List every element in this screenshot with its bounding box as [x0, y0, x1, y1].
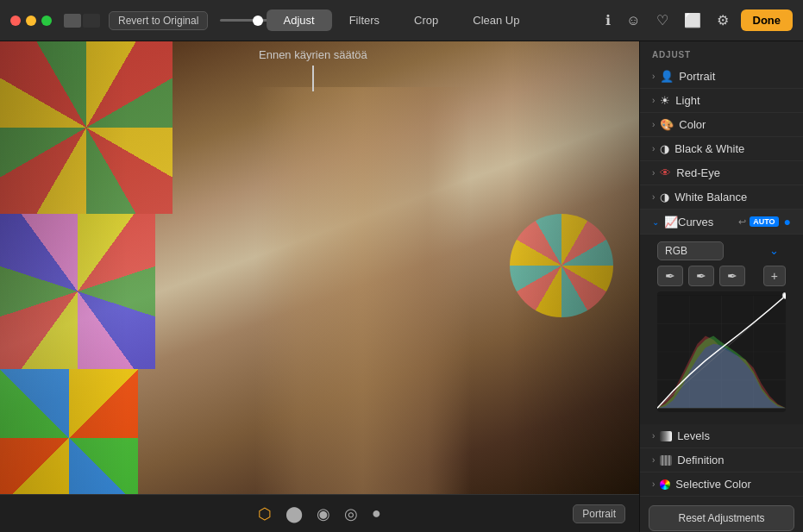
toolbar-right: ℹ ☺ ♡ ⬜ ⚙ Done: [602, 9, 793, 31]
wb-icon: ◑: [660, 191, 669, 203]
title-bar: Revert to Original Adjust Filters Crop C…: [0, 0, 803, 41]
portrait-icon: 👤: [660, 70, 674, 83]
adjust-item-portrait[interactable]: › 👤 Portrait: [640, 65, 803, 89]
levels-label: Levels: [677, 429, 710, 442]
eyedropper-row: ✒ ✒ ✒ +: [657, 266, 786, 286]
close-button[interactable]: [10, 16, 21, 26]
adjust-item-light[interactable]: › ☀ Light: [640, 89, 803, 113]
light-label: Light: [675, 94, 699, 107]
adjust-item-color[interactable]: › 🎨 Color: [640, 113, 803, 137]
expand-arrow-selective-color: ›: [652, 479, 655, 489]
curves-svg: [657, 291, 786, 412]
curves-header[interactable]: ⌄ 📈 Curves ↩ AUTO ●: [640, 210, 803, 235]
expand-arrow-definition: ›: [652, 455, 655, 465]
info-icon[interactable]: ℹ: [602, 10, 614, 30]
revert-button[interactable]: Revert to Original: [109, 11, 208, 30]
bottom-icon-3[interactable]: ◉: [317, 504, 330, 523]
selective-color-label: Selective Color: [675, 478, 750, 491]
bw-icon: ◑: [660, 142, 669, 155]
bottom-icon-2[interactable]: ⬤: [285, 504, 303, 523]
rgb-select-wrapper: RGB Red Green Blue Luminance: [657, 241, 786, 260]
traffic-lights: [10, 16, 52, 26]
image-bottom-bar: ⬡ ⬤ ◉ ◎ ● Portrait: [0, 494, 639, 532]
split-view-btn[interactable]: [83, 14, 100, 28]
curves-icon: 📈: [664, 216, 678, 228]
add-point-button[interactable]: +: [763, 266, 786, 286]
rgb-select-row: RGB Red Green Blue Luminance: [657, 241, 786, 260]
adjust-item-bw[interactable]: › ◑ Black & White: [640, 137, 803, 161]
adjust-item-wb[interactable]: › ◑ White Balance: [640, 185, 803, 210]
curves-label: Curves: [678, 216, 713, 228]
image-area: ⬡ ⬤ ◉ ◎ ● Portrait: [0, 41, 639, 532]
reset-adjustments-button[interactable]: Reset Adjustments: [649, 505, 794, 531]
redeye-label: Red-Eye: [676, 166, 720, 179]
color-label: Color: [679, 118, 706, 131]
emoji-icon[interactable]: ☺: [623, 11, 643, 30]
eyedropper-light-button[interactable]: ✒: [719, 266, 745, 286]
adjust-header: ADJUST: [640, 41, 803, 65]
eyedropper-mid-button[interactable]: ✒: [688, 266, 714, 286]
expand-arrow-wb: ›: [652, 192, 655, 202]
heart-icon[interactable]: ♡: [653, 10, 672, 30]
nav-tabs: Adjust Filters Crop Clean Up: [267, 9, 537, 31]
adjust-item-redeye[interactable]: › 👁 Red-Eye: [640, 161, 803, 185]
expand-arrow-bw: ›: [652, 144, 655, 153]
definition-icon: [660, 455, 672, 466]
portrait-label: Portrait: [679, 70, 715, 83]
share-icon[interactable]: ⬜: [681, 10, 705, 30]
bw-label: Black & White: [674, 142, 744, 155]
curves-section: RGB Red Green Blue Luminance ✒ ✒ ✒ +: [640, 235, 803, 424]
bottom-icon-1[interactable]: ⬡: [258, 504, 272, 523]
expand-arrow-portrait: ›: [652, 72, 655, 81]
svg-point-8: [782, 292, 786, 298]
light-icon: ☀: [660, 94, 670, 107]
view-toggle: [64, 14, 100, 28]
adjust-item-definition[interactable]: › Definition: [640, 448, 803, 473]
color-icon: 🎨: [660, 118, 674, 131]
expand-arrow-levels: ›: [652, 431, 655, 441]
done-button[interactable]: Done: [741, 9, 794, 31]
fullscreen-button[interactable]: [41, 16, 52, 26]
auto-badge[interactable]: AUTO: [750, 216, 778, 227]
bottom-icon-5[interactable]: ●: [372, 504, 381, 523]
expand-arrow-curves: ⌄: [652, 217, 659, 227]
photo-container[interactable]: [0, 41, 639, 494]
curves-enabled-indicator: ●: [784, 215, 791, 228]
main-content: ⬡ ⬤ ◉ ◎ ● Portrait ADJUST › 👤 Portrait ›…: [0, 41, 803, 532]
portrait-button-area: Portrait: [573, 504, 625, 523]
vignette: [0, 41, 639, 494]
expand-arrow-redeye: ›: [652, 168, 655, 178]
tab-cleanup[interactable]: Clean Up: [455, 9, 536, 31]
minimize-button[interactable]: [26, 16, 36, 26]
curves-chart[interactable]: [657, 291, 786, 412]
levels-icon: [660, 431, 672, 441]
eyedropper-dark-button[interactable]: ✒: [657, 266, 683, 286]
tab-adjust[interactable]: Adjust: [267, 9, 332, 31]
curves-reset-area: ↩ AUTO ●: [738, 215, 791, 228]
right-panel: ADJUST › 👤 Portrait › ☀ Light › 🎨 Color …: [639, 41, 803, 532]
redeye-icon: 👁: [660, 166, 671, 179]
tab-crop[interactable]: Crop: [397, 9, 455, 31]
selective-color-icon: [660, 479, 670, 490]
tab-filters[interactable]: Filters: [332, 9, 397, 31]
wb-label: White Balance: [674, 191, 747, 203]
expand-arrow-light: ›: [652, 96, 655, 105]
curves-reset-button[interactable]: ↩: [738, 216, 746, 228]
single-view-btn[interactable]: [64, 14, 81, 28]
rgb-select[interactable]: RGB Red Green Blue Luminance: [657, 241, 724, 260]
bottom-icon-4[interactable]: ◎: [344, 504, 358, 523]
portrait-button[interactable]: Portrait: [573, 504, 625, 523]
adjust-item-levels[interactable]: › Levels: [640, 424, 803, 448]
definition-label: Definition: [677, 454, 724, 466]
expand-arrow-color: ›: [652, 120, 655, 129]
more-icon[interactable]: ⚙: [713, 10, 732, 30]
adjust-item-selective-color[interactable]: › Selective Color: [640, 473, 803, 497]
